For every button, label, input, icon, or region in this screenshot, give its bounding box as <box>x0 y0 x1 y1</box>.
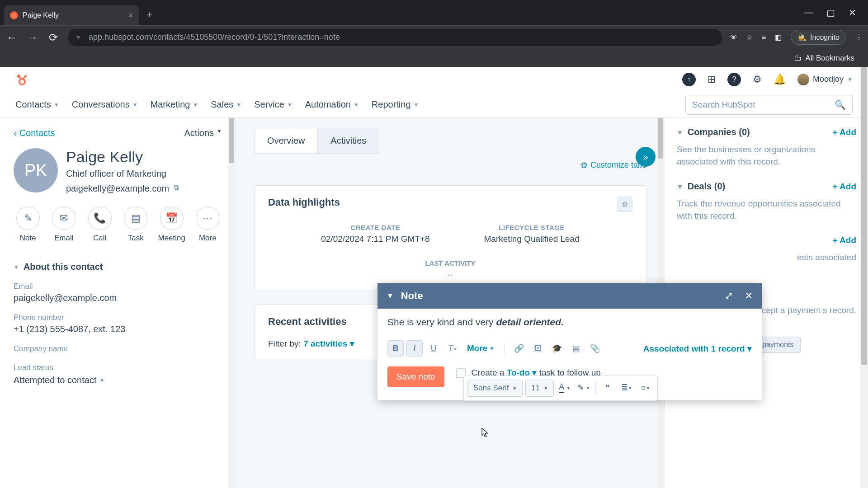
side-panel-icon[interactable]: ◧ <box>775 33 782 42</box>
deals-section-toggle[interactable]: ▼Deals (0)+ Add <box>677 181 856 192</box>
chevron-down-icon: ▼ <box>414 102 419 108</box>
nav-contacts[interactable]: Contacts▼ <box>15 99 59 110</box>
tickets-section-toggle[interactable]: + Add <box>677 235 856 245</box>
lifecycle-label: LIFECYCLE STAGE <box>484 224 580 231</box>
close-tab-icon[interactable]: × <box>128 11 133 20</box>
knowledge-button[interactable]: 🎓 <box>549 340 565 357</box>
text-color-button[interactable]: A ▼ <box>557 380 573 396</box>
search-input[interactable]: Search HubSpot 🔍 <box>685 95 853 115</box>
browser-tab-strip: Paige Kelly × + — ▢ ✕ <box>0 0 868 25</box>
account-menu[interactable]: Moodjoy ▼ <box>797 74 853 85</box>
italic-button[interactable]: I <box>406 340 423 357</box>
page-scrollbar[interactable] <box>860 67 868 488</box>
contact-sidebar: ‹ Contacts Actions ▼ PK Paige Kelly Chie… <box>0 118 236 488</box>
new-tab-button[interactable]: + <box>143 8 156 22</box>
url-input[interactable]: ᯤ app.hubspot.com/contacts/45105500/reco… <box>68 29 722 46</box>
about-section-toggle[interactable]: ▼About this contact <box>14 262 222 272</box>
window-controls: — ▢ ✕ <box>804 7 864 18</box>
minimize-icon[interactable]: — <box>804 7 813 18</box>
add-ticket-link[interactable]: + Add <box>832 235 856 245</box>
align-button[interactable]: ≡ ▼ <box>637 380 654 396</box>
maximize-icon[interactable]: ▢ <box>826 7 835 18</box>
more-action-button[interactable]: ⋯More <box>193 206 222 243</box>
more-format-dropdown[interactable]: More▼ <box>467 343 494 353</box>
chevron-down-icon: ▼ <box>236 102 241 108</box>
site-settings-icon[interactable]: ᯤ <box>76 33 83 42</box>
actions-dropdown[interactable]: Actions ▼ <box>184 128 222 138</box>
note-editor[interactable]: She is very kind and very detail oriente… <box>377 309 762 336</box>
nav-service[interactable]: Service▼ <box>254 99 292 110</box>
tab-title: Paige Kelly <box>23 11 59 19</box>
quote-button[interactable]: ❝ <box>599 380 616 396</box>
all-bookmarks-link[interactable]: All Bookmarks <box>805 54 854 63</box>
deals-desc: Track the revenue opportunities associat… <box>677 198 856 222</box>
snippet-button[interactable]: ▤ <box>568 340 584 357</box>
browser-menu-icon[interactable]: ⋮ <box>855 33 863 42</box>
font-family-select[interactable]: Sans Serif▼ <box>467 380 523 397</box>
filter-dropdown[interactable]: 7 activities ▾ <box>303 339 354 348</box>
back-icon[interactable]: ← <box>5 31 18 44</box>
hubspot-logo-icon[interactable] <box>15 73 29 86</box>
nav-marketing[interactable]: Marketing▼ <box>151 99 198 110</box>
email-value[interactable]: paigekelly@example.com <box>14 293 222 303</box>
meeting-action-button[interactable]: 📅Meeting <box>157 206 186 243</box>
clear-format-button[interactable]: T× <box>444 340 461 357</box>
phone-label: Phone number <box>14 313 222 322</box>
add-deal-link[interactable]: + Add <box>832 182 856 192</box>
close-window-icon[interactable]: ✕ <box>849 7 856 18</box>
help-icon[interactable]: ? <box>727 73 741 86</box>
company-label: Company name <box>14 344 222 353</box>
bold-button[interactable]: B <box>387 340 404 357</box>
note-header[interactable]: ▼ Note ⤢ ✕ <box>377 283 762 309</box>
close-icon[interactable]: ✕ <box>745 290 753 302</box>
attach-button[interactable]: 📎 <box>587 340 603 357</box>
font-size-select[interactable]: 11▼ <box>525 380 554 397</box>
create-date-value: 02/02/2024 7:11 PM GMT+8 <box>321 234 429 244</box>
nav-reporting[interactable]: Reporting▼ <box>372 99 419 110</box>
marketplace-icon[interactable]: ⊞ <box>708 74 716 85</box>
link-button[interactable]: 🔗 <box>511 340 527 357</box>
companies-section-toggle[interactable]: ▼Companies (0)+ Add <box>677 127 856 137</box>
upgrade-icon[interactable]: ↑ <box>682 73 696 86</box>
list-button[interactable]: ≣ ▼ <box>618 380 635 396</box>
eye-off-icon[interactable]: 👁 <box>730 33 737 42</box>
highlight-color-button[interactable]: ✎ ▼ <box>576 380 592 396</box>
create-date-label: CREATE DATE <box>321 224 429 231</box>
note-action-button[interactable]: ✎Note <box>14 206 42 243</box>
incognito-chip[interactable]: 🕵 Incognito <box>791 30 846 45</box>
expand-icon[interactable]: ⤢ <box>725 290 733 302</box>
phone-value[interactable]: +1 (213) 555-4087, ext. 123 <box>14 324 222 334</box>
collapse-icon[interactable]: ▼ <box>387 292 394 300</box>
nav-conversations[interactable]: Conversations▼ <box>72 99 138 110</box>
note-modal: ▼ Note ⤢ ✕ She is very kind and very det… <box>377 283 762 400</box>
contact-avatar: PK <box>14 148 58 192</box>
tab-activities[interactable]: Activities <box>317 128 379 153</box>
underline-button[interactable]: U <box>425 340 442 357</box>
browser-tab[interactable]: Paige Kelly × <box>4 5 139 25</box>
image-button[interactable]: 🖼 <box>530 340 546 357</box>
notifications-bell-icon[interactable]: 🔔 <box>774 74 786 85</box>
nav-automation[interactable]: Automation▼ <box>305 99 359 110</box>
lead-status-dropdown[interactable]: Attempted to contact▼ <box>14 375 222 385</box>
card-settings-button[interactable]: ⚙ <box>617 197 632 212</box>
add-company-link[interactable]: + Add <box>832 127 856 137</box>
bookmark-star-icon[interactable]: ☆ <box>746 33 753 42</box>
reload-icon[interactable]: ⟳ <box>47 31 60 44</box>
scrollbar[interactable] <box>228 118 235 488</box>
chevron-down-icon: ▼ <box>193 102 198 108</box>
nav-sales[interactable]: Sales▼ <box>211 99 241 110</box>
settings-gear-icon[interactable]: ⚙ <box>753 74 762 85</box>
associated-records-dropdown[interactable]: Associated with 1 record ▾ <box>643 343 752 354</box>
email-action-button[interactable]: ✉Email <box>50 206 79 243</box>
email-label: Email <box>14 282 222 291</box>
data-highlights-title: Data highlights <box>268 197 632 208</box>
expand-sidebar-button[interactable]: » <box>636 147 656 167</box>
contact-title: Chief officer of Marketing <box>66 169 179 179</box>
task-action-button[interactable]: ▤Task <box>122 206 151 243</box>
copy-icon[interactable]: ⧉ <box>174 183 179 194</box>
call-action-button[interactable]: 📞Call <box>85 206 114 243</box>
customize-tabs-link[interactable]: ⚙ Customize tabs <box>580 160 646 170</box>
reading-list-icon[interactable]: ≡ <box>762 33 766 42</box>
tab-overview[interactable]: Overview <box>255 128 317 153</box>
save-note-button[interactable]: Save note <box>387 366 444 387</box>
